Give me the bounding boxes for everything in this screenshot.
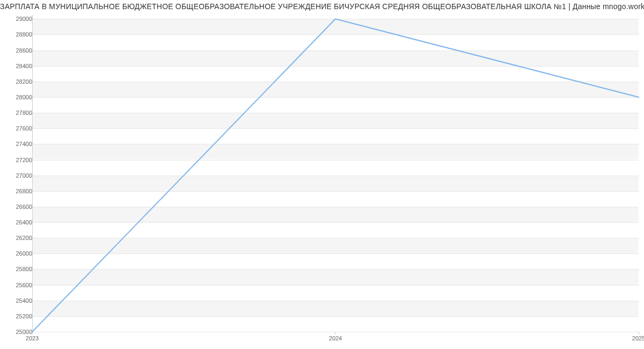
gridline [32,332,639,332]
x-tick-label: 2024 [329,335,342,341]
plot-area [32,15,639,332]
chart-container: ЗАРПЛАТА В МУНИЦИПАЛЬНОЕ БЮДЖЕТНОЕ ОБЩЕО… [0,0,644,349]
x-tick-label: 2023 [26,335,39,341]
x-tick-mark [639,332,639,335]
series-line-salary [32,19,639,332]
line-layer [32,15,639,332]
chart-title: ЗАРПЛАТА В МУНИЦИПАЛЬНОЕ БЮДЖЕТНОЕ ОБЩЕО… [0,2,644,11]
x-tick-label: 2025 [632,335,644,341]
